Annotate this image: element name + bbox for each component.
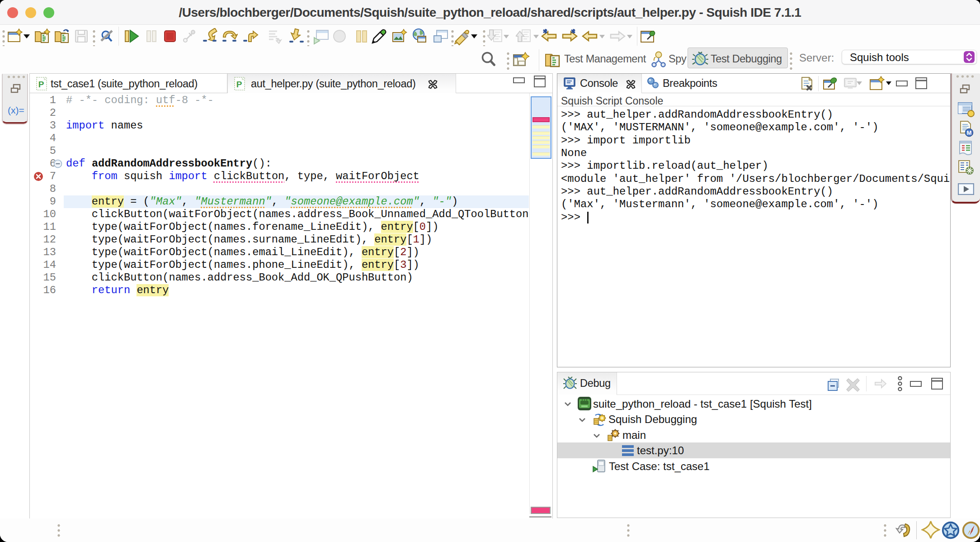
svg-text:P: P xyxy=(38,80,44,89)
svg-text:P: P xyxy=(236,80,242,89)
svg-text:M: M xyxy=(967,129,972,136)
